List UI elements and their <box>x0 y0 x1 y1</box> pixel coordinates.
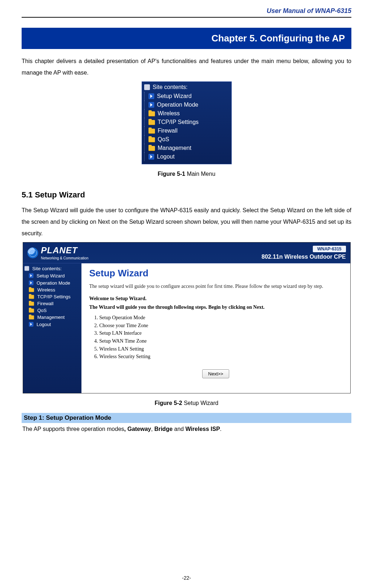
folder-icon <box>148 137 155 142</box>
menu-item-management[interactable]: Management <box>148 144 231 152</box>
sidebar-item-label: TCP/IP Settings <box>37 294 71 299</box>
menu-item-label: TCP/IP Settings <box>158 119 199 125</box>
sidebar-item-label: Management <box>37 315 65 320</box>
fig5-2-caption-text: Setup Wizard <box>182 400 218 406</box>
sidebar-item-setup-wizard[interactable]: Setup Wizard <box>23 272 81 279</box>
wizard-step: Setup WAN Time Zone <box>99 337 342 345</box>
wizard-heading: Setup Wizard <box>89 268 342 279</box>
chapter-intro: This chapter delivers a detailed present… <box>22 55 351 79</box>
step1-and: and <box>173 426 186 432</box>
folder-icon <box>29 315 34 319</box>
wizard-step: Setup LAN Interface <box>99 329 342 337</box>
page-number: -22- <box>0 575 373 581</box>
site-contents-title: Site contents: <box>153 84 188 90</box>
folder-icon <box>29 308 34 312</box>
menu-item-operation-mode[interactable]: Operation Mode <box>148 101 231 109</box>
wizard-step: Setup Operation Mode <box>99 314 342 322</box>
menu-item-label: Firewall <box>158 128 178 134</box>
menu-item-label: Setup Wizard <box>157 93 192 99</box>
menu-item-firewall[interactable]: Firewall <box>148 126 231 135</box>
menu-item-setup-wizard[interactable]: Setup Wizard <box>148 92 231 101</box>
folder-icon <box>29 288 34 292</box>
menu-item-wireless[interactable]: Wireless <box>148 109 231 118</box>
menu-item-logout[interactable]: Logout <box>148 152 231 161</box>
menu-item-label: Operation Mode <box>157 102 199 108</box>
arrow-icon <box>148 154 154 160</box>
sidebar-item-tcp-ip-settings[interactable]: TCP/IP Settings <box>23 293 81 300</box>
step1-period: . <box>220 426 221 432</box>
next-button[interactable]: Next>> <box>202 369 230 378</box>
sidebar-item-wireless[interactable]: Wireless <box>23 286 81 293</box>
arrow-icon <box>29 281 34 285</box>
section-5-1-text: The Setup Wizard will guide the user to … <box>22 205 351 239</box>
sidebar-item-qos[interactable]: QoS <box>23 307 81 314</box>
wizard-intro: The setup wizard will guide you to confi… <box>89 282 342 290</box>
folder-icon <box>29 302 34 306</box>
sidebar-item-label: Firewall <box>37 301 54 306</box>
menu-item-qos[interactable]: QoS <box>148 135 231 144</box>
menu-item-label: Management <box>158 145 191 151</box>
root-icon <box>25 266 29 271</box>
sidebar-item-label: Logout <box>37 322 51 327</box>
fig5-1-caption-text: Main Menu <box>185 171 216 177</box>
fig5-1-caption: Figure 5-1 Main Menu <box>22 171 351 177</box>
step1-comma: , <box>151 426 154 432</box>
sidebar-item-management[interactable]: Management <box>23 314 81 321</box>
sidebar-item-label: Operation Mode <box>37 280 70 286</box>
mode-wisp: Wireless ISP <box>185 426 220 432</box>
step1-bar: Step 1: Setup Operation Mode <box>22 413 351 423</box>
wizard-topbar: PLANET Networking & Communication WNAP-6… <box>23 242 350 263</box>
menu-item-label: QoS <box>158 136 169 143</box>
arrow-icon <box>148 102 154 108</box>
arrow-icon <box>148 93 154 99</box>
wizard-step: Wireless Security Setting <box>99 353 342 361</box>
section-5-1-heading: 5.1 Setup Wizard <box>22 190 351 200</box>
folder-icon <box>148 129 155 134</box>
wizard-steps-list: Setup Operation ModeChoose your Time Zon… <box>99 314 342 361</box>
fig5-1-menu: Site contents: Setup WizardOperation Mod… <box>142 81 232 164</box>
sidebar-item-operation-mode[interactable]: Operation Mode <box>23 279 81 286</box>
product-name: 802.11n Wireless Outdoor CPE <box>262 254 346 260</box>
wizard-welcome: Welcome to Setup Wizard. <box>89 296 342 302</box>
model-badge: WNAP-6315 <box>313 246 346 252</box>
step1-pre: The AP supports three operation modes <box>22 426 124 432</box>
fig5-2-caption-num: Figure 5-2 <box>155 400 182 406</box>
sidebar-item-logout[interactable]: Logout <box>23 321 81 328</box>
folder-icon <box>148 111 155 116</box>
folder-icon <box>29 295 34 299</box>
sidebar-item-label: Wireless <box>37 287 55 293</box>
menu-item-tcp-ip-settings[interactable]: TCP/IP Settings <box>148 118 231 126</box>
brand-sub: Networking & Communication <box>41 256 89 260</box>
brand-logo: PLANET Networking & Communication <box>27 245 89 260</box>
menu-item-label: Wireless <box>158 110 180 117</box>
wizard-step: Choose your Time Zone <box>99 322 342 330</box>
folder-icon <box>148 146 155 151</box>
mode-gateway: , Gateway <box>124 426 151 432</box>
wizard-step: Wireless LAN Setting <box>99 345 342 353</box>
brand-name: PLANET <box>41 245 89 255</box>
sidebar-title: Site contents: <box>32 266 62 271</box>
arrow-icon <box>29 273 34 278</box>
doc-header: User Manual of WNAP-6315 <box>22 7 351 18</box>
wizard-sidebar: Site contents: Setup WizardOperation Mod… <box>23 263 81 393</box>
fig5-2-screenshot: PLANET Networking & Communication WNAP-6… <box>23 242 351 393</box>
wizard-lead: The Wizard will guide you the through fo… <box>89 304 342 310</box>
arrow-icon <box>29 322 34 327</box>
fig5-2-caption: Figure 5-2 Setup Wizard <box>22 400 351 406</box>
sidebar-item-label: Setup Wizard <box>37 273 65 279</box>
folder-icon <box>148 120 155 125</box>
sidebar-item-firewall[interactable]: Firewall <box>23 300 81 307</box>
root-icon <box>144 84 150 90</box>
sidebar-item-label: QoS <box>37 308 47 313</box>
chapter-title-bar: Chapter 5. Configuring the AP <box>22 28 351 49</box>
step1-text: The AP supports three operation modes, G… <box>22 423 351 432</box>
mode-bridge: Bridge <box>154 426 173 432</box>
wizard-main: Setup Wizard The setup wizard will guide… <box>81 263 350 393</box>
globe-icon <box>27 248 38 258</box>
fig5-1-caption-num: Figure 5-1 <box>157 171 185 177</box>
menu-item-label: Logout <box>157 153 175 160</box>
